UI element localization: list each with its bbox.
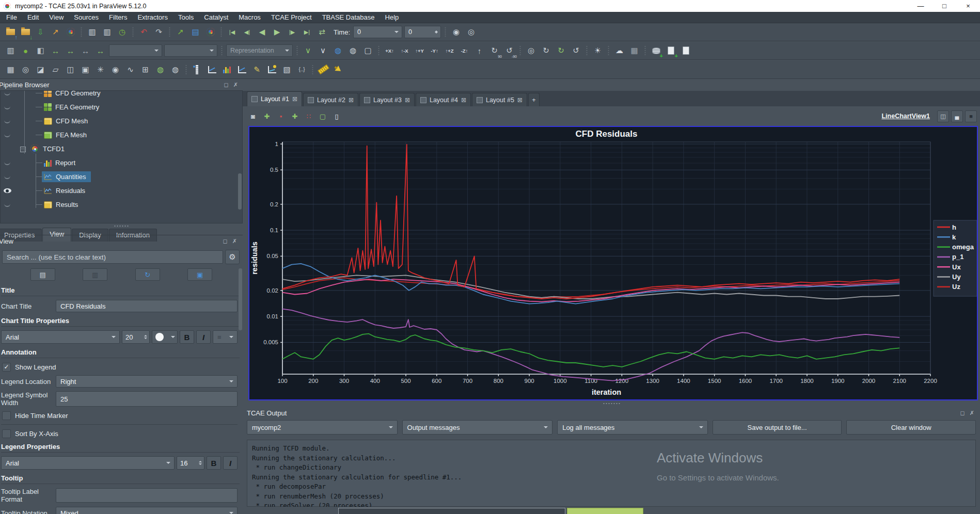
undock-icon[interactable]: ◻ xyxy=(223,238,229,244)
title-justify-combo[interactable]: ≡ xyxy=(213,330,238,344)
capture-screenshot-button[interactable]: ↗ xyxy=(49,25,62,39)
clip-filter-button[interactable]: ◪ xyxy=(34,62,48,76)
camera-minus-x-button[interactable]: ↑-X xyxy=(398,44,412,58)
plot-global-variables-button[interactable] xyxy=(265,62,279,76)
line-chart-view[interactable]: 10.50.20.10.050.020.010.0051002003004005… xyxy=(248,126,978,400)
clear-selection-button[interactable]: ▯ xyxy=(330,110,343,122)
load-state-button[interactable]: ↗ xyxy=(173,25,187,39)
group-datasets-button[interactable]: ⊞ xyxy=(138,62,152,76)
sort-by-xaxis-checkbox[interactable] xyxy=(2,429,11,438)
stream-tracer-button[interactable]: ◉ xyxy=(108,62,122,76)
glyph-filter-button[interactable]: ✳ xyxy=(93,62,107,76)
output-console[interactable]: Running TCFD module.Running the stationa… xyxy=(247,440,976,507)
tooltip-label-format-field[interactable] xyxy=(56,488,238,503)
output-source-combo[interactable]: mycomp2 xyxy=(247,420,398,435)
edit-color-map-button[interactable]: ◧ xyxy=(34,44,48,58)
menu-tbase-database[interactable]: TBASE Database xyxy=(317,13,380,22)
chart-title-field[interactable]: CFD Residuals xyxy=(56,300,238,312)
title-bold-button[interactable]: B xyxy=(180,330,194,344)
residuals-chart[interactable]: 10.50.20.10.050.020.010.0051002003004005… xyxy=(249,127,977,399)
search-input[interactable] xyxy=(2,250,223,264)
layout-tab-layout4[interactable]: Layout #4⊠ xyxy=(416,93,471,106)
camera-minus-y-button[interactable]: -Y↑ xyxy=(428,44,441,58)
open-file-button[interactable]: ↑ xyxy=(4,25,18,39)
extract-subset-button[interactable]: ▣ xyxy=(78,62,92,76)
time-index-spin[interactable]: 0 xyxy=(404,26,441,38)
slice-filter-button[interactable]: ▱ xyxy=(49,62,62,76)
title-color-button[interactable] xyxy=(152,330,178,344)
close-tab-icon[interactable]: ⊠ xyxy=(461,97,466,104)
plot-over-time-button[interactable] xyxy=(205,62,219,76)
select-cells-on-button[interactable]: ∨ xyxy=(301,44,315,58)
save-output-button[interactable]: Save output to file... xyxy=(713,420,842,435)
menu-macros[interactable]: Macros xyxy=(233,13,266,22)
menu-file[interactable]: File xyxy=(1,13,22,22)
output-splitter[interactable] xyxy=(243,399,980,408)
panel-splitter[interactable] xyxy=(0,223,243,229)
export-scene-button[interactable] xyxy=(64,25,77,39)
ruler-button[interactable] xyxy=(317,62,330,76)
play-button[interactable]: ▶ xyxy=(270,25,284,39)
close-button[interactable]: × xyxy=(956,0,980,12)
legend-font-size-spin[interactable]: 16 xyxy=(177,456,204,470)
hide-time-marker-row[interactable]: Hide Time Marker xyxy=(2,411,242,420)
close-tab-icon[interactable]: ⊠ xyxy=(349,97,354,104)
legend-font-family-combo[interactable]: Arial xyxy=(1,456,175,470)
disconnect-server-button[interactable]: ▥ xyxy=(100,25,114,39)
camera-plus-z-button[interactable]: ↑+Z xyxy=(442,44,456,58)
save-defaults-button[interactable]: ▣ xyxy=(187,268,212,281)
show-legend-checkbox[interactable]: ✓ xyxy=(2,363,11,372)
select-block-button[interactable]: ▢ xyxy=(361,44,375,58)
close-panel-icon[interactable]: ✗ xyxy=(232,238,239,244)
plot-over-line-button[interactable] xyxy=(190,62,204,76)
plot-selection-button[interactable] xyxy=(235,62,249,76)
view-name-label[interactable]: LineChartView1 xyxy=(881,113,930,120)
reset-camera-up-button[interactable]: ↑ xyxy=(472,44,486,58)
copy-properties-button[interactable]: ▤ xyxy=(30,268,55,281)
loop-button[interactable]: ⇄ xyxy=(315,25,329,39)
properties-scrollbar[interactable] xyxy=(239,268,242,330)
extract-block-button[interactable]: ◍ xyxy=(168,62,182,76)
output-log-level-combo[interactable]: Log all messages xyxy=(557,420,708,435)
visibility-off-icon[interactable] xyxy=(4,133,10,137)
rescale-custom-range-button[interactable]: ↔ xyxy=(64,44,77,58)
hide-time-marker-checkbox[interactable] xyxy=(2,411,11,420)
split-horizontal-button[interactable]: ◫ xyxy=(937,110,949,122)
rotate-90-cw-button[interactable]: ↻90 xyxy=(487,44,501,58)
camera-minus-z-button[interactable]: -Z↑ xyxy=(457,44,471,58)
tooltip-notation-combo[interactable]: Mixed xyxy=(56,507,238,514)
menu-extractors[interactable]: Extractors xyxy=(132,13,173,22)
visibility-on-icon[interactable] xyxy=(4,188,11,193)
clear-window-button[interactable]: Clear window xyxy=(846,420,976,435)
connect-server-button[interactable]: ▥ xyxy=(85,25,99,39)
reset-camera-button[interactable]: ↻ xyxy=(539,44,553,58)
zoom-closest-button[interactable]: ◎ xyxy=(464,25,478,39)
first-frame-button[interactable]: |◀ xyxy=(225,25,239,39)
rotate-90-ccw-button[interactable]: ↺-90 xyxy=(502,44,516,58)
menu-catalyst[interactable]: Catalyst xyxy=(199,13,233,22)
color-palette-button[interactable] xyxy=(203,25,217,39)
visibility-off-icon[interactable] xyxy=(4,105,10,109)
sort-by-xaxis-row[interactable]: Sort By X-Axis xyxy=(2,429,242,438)
visibility-off-icon[interactable] xyxy=(4,203,10,207)
layout-tab-layout3[interactable]: Layout #3⊠ xyxy=(359,93,415,106)
visibility-off-icon[interactable] xyxy=(4,119,10,123)
output-type-combo[interactable]: Output messages xyxy=(402,420,553,435)
split-vertical-button[interactable]: ▄ xyxy=(951,110,963,122)
legend-location-combo[interactable]: Right xyxy=(56,375,238,388)
expander-icon[interactable]: − xyxy=(20,147,26,152)
subtract-selection-button[interactable]: ✚ xyxy=(289,110,301,122)
show-legend-row[interactable]: ✓ Show Legend xyxy=(2,363,242,372)
title-italic-button[interactable]: I xyxy=(196,330,211,344)
extract-selection-button[interactable]: ▧ xyxy=(280,62,294,76)
title-font-family-combo[interactable]: Arial xyxy=(1,330,120,344)
close-tab-icon[interactable]: ⊠ xyxy=(405,97,410,104)
toggle-series-button[interactable]: ▪ xyxy=(275,110,287,122)
histogram-button[interactable] xyxy=(220,62,234,76)
calculator-filter-button[interactable]: ▦ xyxy=(4,62,18,76)
legend-bold-button[interactable]: B xyxy=(207,456,221,470)
add-document-button[interactable]: + xyxy=(664,44,678,58)
next-frame-button[interactable]: |▶ xyxy=(285,25,299,39)
select-points-through-button[interactable]: ◍ xyxy=(346,44,360,58)
find-data-button[interactable] xyxy=(331,62,345,76)
